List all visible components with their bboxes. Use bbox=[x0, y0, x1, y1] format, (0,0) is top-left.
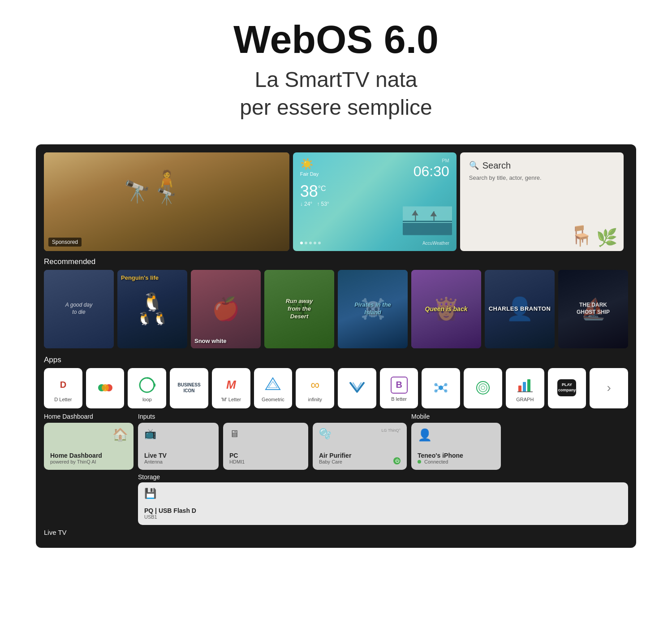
rec-card-charles[interactable]: 👤 CHARLES BRANTON bbox=[485, 270, 555, 348]
apps-label: Apps bbox=[44, 356, 628, 364]
app-icon bbox=[96, 379, 114, 397]
svg-rect-26 bbox=[518, 386, 521, 392]
svg-point-9 bbox=[102, 384, 109, 391]
app-icon bbox=[348, 379, 366, 397]
weather-temp: 38°C bbox=[300, 182, 329, 201]
app-m-multicolor[interactable] bbox=[86, 368, 125, 408]
hero-sponsored-card[interactable]: 🧍 🔭 Sponsored bbox=[44, 152, 289, 251]
air-sub: Baby Care bbox=[319, 459, 351, 464]
chair-decoration: 🪑 bbox=[569, 224, 594, 247]
pc-col: x 🖥 PC HDMI1 bbox=[223, 413, 308, 470]
card-title: Run awayfrom theDesert bbox=[286, 298, 313, 321]
app-geometric[interactable]: Geometric bbox=[254, 368, 293, 408]
card-overlay: Pirates in theIsland bbox=[338, 270, 408, 348]
rec-card-penguin[interactable]: 🐧 🐧🐧 Penguin's life bbox=[117, 270, 187, 348]
storage-sub: USB1 bbox=[144, 514, 622, 520]
card-title: A good dayto die bbox=[65, 302, 92, 316]
live-tv-section: Live TV bbox=[44, 529, 628, 536]
card-title-text: Penguin's life bbox=[121, 274, 159, 281]
card-decoration: 🍎 bbox=[191, 270, 261, 348]
app-icon: ∞ bbox=[306, 376, 324, 394]
app-more[interactable]: › bbox=[590, 368, 628, 408]
card-overlay: A good dayto die bbox=[44, 270, 114, 348]
app-v-shape[interactable] bbox=[338, 368, 376, 408]
penguin-icon2: 🐧🐧 bbox=[137, 312, 168, 325]
bottom-dashboard: Home Dashboard 🏠 Home Dashboard powered … bbox=[44, 413, 628, 470]
app-b-letter[interactable]: B B letter bbox=[380, 368, 418, 408]
search-title: 🔍 Search bbox=[469, 160, 615, 171]
input-live-tv: Live TV bbox=[144, 452, 212, 459]
live-tv-label: Live TV bbox=[44, 529, 628, 536]
svg-marker-11 bbox=[154, 383, 155, 387]
storage-label: Storage bbox=[138, 473, 628, 481]
live-tv-icon: 📺 bbox=[144, 428, 212, 440]
v-shape-icon bbox=[349, 379, 366, 396]
weather-dot bbox=[305, 242, 307, 244]
air-purifier-card[interactable]: 🫧 LG ThinQ° Air Purifier Baby Care ⏻ bbox=[313, 423, 407, 470]
app-business-icon[interactable]: BUSINESSICON bbox=[170, 368, 208, 408]
weather-dot bbox=[314, 242, 316, 244]
app-graph[interactable]: GRAPH bbox=[506, 368, 544, 408]
penguin-title: Penguin's life bbox=[121, 273, 159, 282]
app-m-letter[interactable]: M 'M' Letter bbox=[212, 368, 250, 408]
card-overlay: THE DARKGHOST SHIP bbox=[558, 270, 628, 348]
pc-card[interactable]: 🖥 PC HDMI1 bbox=[223, 423, 308, 470]
rec-card-runaway[interactable]: 🏜 Run awayfrom theDesert bbox=[264, 270, 334, 348]
app-d-letter[interactable]: D D Letter bbox=[44, 368, 82, 408]
storage-card[interactable]: 💾 PQ | USB Flash D USB1 bbox=[138, 482, 628, 525]
app-icon: M bbox=[222, 376, 240, 394]
app-rings[interactable] bbox=[464, 368, 502, 408]
storage-col: Storage 💾 PQ | USB Flash D USB1 bbox=[138, 473, 628, 525]
app-infinity[interactable]: ∞ infinity bbox=[296, 368, 334, 408]
hero-weather-card[interactable]: ☀️ Fair Day 38°C ↓ 24° ↑ 53° PM 06 bbox=[293, 152, 457, 251]
weather-condition: Fair Day bbox=[300, 171, 329, 177]
m-logo-icon bbox=[97, 380, 113, 396]
svg-rect-6 bbox=[403, 221, 452, 222]
rec-card-snow-white[interactable]: 🍎 Snow white bbox=[191, 270, 261, 348]
card-title: Snow white bbox=[194, 338, 227, 345]
svg-rect-27 bbox=[523, 382, 526, 392]
card-title: CHARLES BRANTON bbox=[489, 305, 551, 313]
sponsored-image: 🧍 🔭 bbox=[44, 152, 289, 251]
card-title: Pirates in theIsland bbox=[354, 301, 391, 316]
header-subtitle: La SmartTV nata per essere semplice bbox=[9, 66, 663, 122]
plant-decoration: 🌿 bbox=[596, 228, 617, 247]
app-label: infinity bbox=[308, 397, 322, 402]
subtitle-line1: La SmartTV nata bbox=[255, 68, 418, 91]
rec-card-queen[interactable]: 👸 Queen is back bbox=[411, 270, 481, 348]
recommended-label: Recommended bbox=[44, 257, 628, 266]
power-badge[interactable]: ⏻ bbox=[393, 457, 401, 464]
app-icon bbox=[264, 376, 282, 394]
svg-rect-0 bbox=[403, 221, 452, 235]
app-loop[interactable]: loop bbox=[128, 368, 166, 408]
svg-point-24 bbox=[479, 384, 487, 392]
page-title: WebOS 6.0 bbox=[9, 18, 663, 61]
geometric-icon bbox=[265, 377, 281, 393]
penguin-content: 🐧 🐧🐧 bbox=[117, 270, 187, 348]
home-dashboard-card[interactable]: 🏠 Home Dashboard powered by ThinQ AI bbox=[44, 423, 134, 470]
app-label: 'M' Letter bbox=[221, 397, 241, 402]
live-tv-card[interactable]: 📺 Live TV Antenna bbox=[138, 423, 219, 470]
app-play[interactable]: PLAYcompany bbox=[548, 368, 586, 408]
app-label: loop bbox=[142, 397, 152, 402]
rec-card-ghost-ship[interactable]: ⛵ THE DARKGHOST SHIP bbox=[558, 270, 628, 348]
mobile-title: Teneo's iPhone bbox=[418, 452, 495, 459]
subtitle-line2: per essere semplice bbox=[240, 95, 432, 119]
rec-card-pirates[interactable]: ☠️ Pirates in theIsland bbox=[338, 270, 408, 348]
rec-card-good-day[interactable]: A good dayto die bbox=[44, 270, 114, 348]
apps-row: D D Letter loop bbox=[44, 368, 628, 408]
weather-dot bbox=[309, 242, 312, 244]
hero-search-card[interactable]: 🔍 Search Search by title, actor, genre. … bbox=[460, 152, 624, 251]
infinity-symbol: ∞ bbox=[310, 379, 319, 391]
svg-point-25 bbox=[481, 386, 485, 390]
mobile-card[interactable]: 👤 Teneo's iPhone Connected bbox=[411, 423, 501, 470]
inputs-col: Inputs 📺 Live TV Antenna bbox=[138, 413, 219, 470]
app-label: D Letter bbox=[54, 397, 72, 402]
app-icon bbox=[474, 379, 492, 397]
app-icon: PLAYcompany bbox=[557, 379, 576, 396]
home-icon: 🏠 bbox=[112, 427, 128, 442]
app-network[interactable] bbox=[422, 368, 460, 408]
home-card-title: Home Dashboard bbox=[50, 452, 127, 459]
weather-brand: AccuWeather bbox=[422, 241, 449, 246]
app-icon: B bbox=[391, 377, 408, 394]
